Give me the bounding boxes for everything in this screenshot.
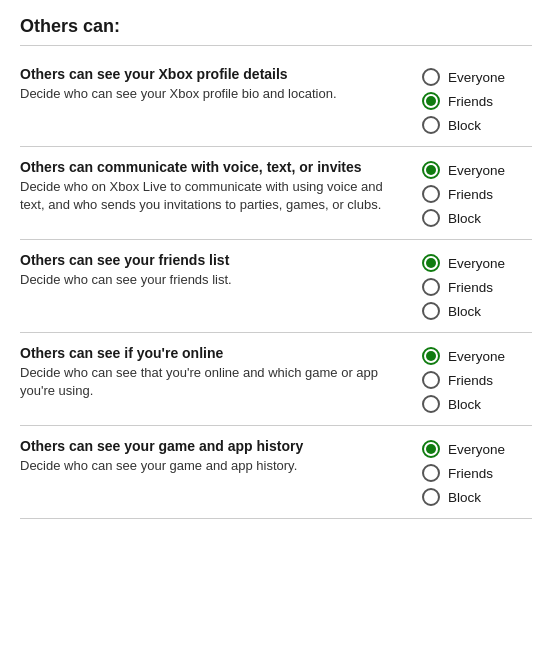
setting-row-xbox-profile: Others can see your Xbox profile details… — [20, 54, 532, 147]
setting-row-online-status: Others can see if you're onlineDecide wh… — [20, 333, 532, 426]
setting-text-xbox-profile: Others can see your Xbox profile details… — [20, 66, 422, 103]
radio-option-xbox-profile-everyone[interactable]: Everyone — [422, 68, 532, 86]
radio-input-game-history-friends[interactable] — [422, 464, 440, 482]
radio-option-communicate-block[interactable]: Block — [422, 209, 532, 227]
radio-label-friends-list-friends: Friends — [448, 280, 493, 295]
setting-desc-communicate: Decide who on Xbox Live to communicate w… — [20, 178, 402, 214]
radio-label-xbox-profile-block: Block — [448, 118, 481, 133]
radio-label-online-status-friends: Friends — [448, 373, 493, 388]
radio-input-online-status-block[interactable] — [422, 395, 440, 413]
setting-desc-game-history: Decide who can see your game and app his… — [20, 457, 402, 475]
radio-label-online-status-everyone: Everyone — [448, 349, 505, 364]
radio-option-xbox-profile-friends[interactable]: Friends — [422, 92, 532, 110]
radio-input-xbox-profile-everyone[interactable] — [422, 68, 440, 86]
radio-option-game-history-friends[interactable]: Friends — [422, 464, 532, 482]
radio-input-friends-list-everyone[interactable] — [422, 254, 440, 272]
setting-text-game-history: Others can see your game and app history… — [20, 438, 422, 475]
setting-text-communicate: Others can communicate with voice, text,… — [20, 159, 422, 214]
radio-label-xbox-profile-friends: Friends — [448, 94, 493, 109]
radio-option-game-history-everyone[interactable]: Everyone — [422, 440, 532, 458]
setting-desc-friends-list: Decide who can see your friends list. — [20, 271, 402, 289]
radio-label-communicate-block: Block — [448, 211, 481, 226]
radio-group-friends-list: EveryoneFriendsBlock — [422, 252, 532, 320]
setting-label-online-status: Others can see if you're online — [20, 345, 402, 361]
radio-option-online-status-everyone[interactable]: Everyone — [422, 347, 532, 365]
setting-label-friends-list: Others can see your friends list — [20, 252, 402, 268]
radio-group-game-history: EveryoneFriendsBlock — [422, 438, 532, 506]
radio-label-communicate-everyone: Everyone — [448, 163, 505, 178]
page-title: Others can: — [20, 16, 532, 46]
radio-label-friends-list-everyone: Everyone — [448, 256, 505, 271]
radio-input-xbox-profile-block[interactable] — [422, 116, 440, 134]
setting-label-game-history: Others can see your game and app history — [20, 438, 402, 454]
radio-option-xbox-profile-block[interactable]: Block — [422, 116, 532, 134]
radio-label-communicate-friends: Friends — [448, 187, 493, 202]
setting-desc-xbox-profile: Decide who can see your Xbox profile bio… — [20, 85, 402, 103]
radio-option-online-status-friends[interactable]: Friends — [422, 371, 532, 389]
radio-group-xbox-profile: EveryoneFriendsBlock — [422, 66, 532, 134]
radio-option-online-status-block[interactable]: Block — [422, 395, 532, 413]
radio-input-friends-list-friends[interactable] — [422, 278, 440, 296]
radio-label-online-status-block: Block — [448, 397, 481, 412]
radio-input-communicate-block[interactable] — [422, 209, 440, 227]
radio-option-friends-list-block[interactable]: Block — [422, 302, 532, 320]
setting-row-communicate: Others can communicate with voice, text,… — [20, 147, 532, 240]
radio-input-online-status-everyone[interactable] — [422, 347, 440, 365]
radio-option-friends-list-everyone[interactable]: Everyone — [422, 254, 532, 272]
radio-group-online-status: EveryoneFriendsBlock — [422, 345, 532, 413]
radio-option-communicate-friends[interactable]: Friends — [422, 185, 532, 203]
radio-label-game-history-everyone: Everyone — [448, 442, 505, 457]
setting-row-friends-list: Others can see your friends listDecide w… — [20, 240, 532, 333]
radio-input-game-history-block[interactable] — [422, 488, 440, 506]
radio-input-xbox-profile-friends[interactable] — [422, 92, 440, 110]
setting-desc-online-status: Decide who can see that you're online an… — [20, 364, 402, 400]
setting-label-xbox-profile: Others can see your Xbox profile details — [20, 66, 402, 82]
radio-label-xbox-profile-everyone: Everyone — [448, 70, 505, 85]
setting-label-communicate: Others can communicate with voice, text,… — [20, 159, 402, 175]
radio-input-online-status-friends[interactable] — [422, 371, 440, 389]
setting-row-game-history: Others can see your game and app history… — [20, 426, 532, 519]
radio-label-game-history-block: Block — [448, 490, 481, 505]
radio-input-friends-list-block[interactable] — [422, 302, 440, 320]
radio-label-friends-list-block: Block — [448, 304, 481, 319]
setting-text-friends-list: Others can see your friends listDecide w… — [20, 252, 422, 289]
radio-input-communicate-everyone[interactable] — [422, 161, 440, 179]
radio-label-game-history-friends: Friends — [448, 466, 493, 481]
radio-input-communicate-friends[interactable] — [422, 185, 440, 203]
radio-option-communicate-everyone[interactable]: Everyone — [422, 161, 532, 179]
setting-text-online-status: Others can see if you're onlineDecide wh… — [20, 345, 422, 400]
radio-option-game-history-block[interactable]: Block — [422, 488, 532, 506]
radio-input-game-history-everyone[interactable] — [422, 440, 440, 458]
radio-option-friends-list-friends[interactable]: Friends — [422, 278, 532, 296]
radio-group-communicate: EveryoneFriendsBlock — [422, 159, 532, 227]
